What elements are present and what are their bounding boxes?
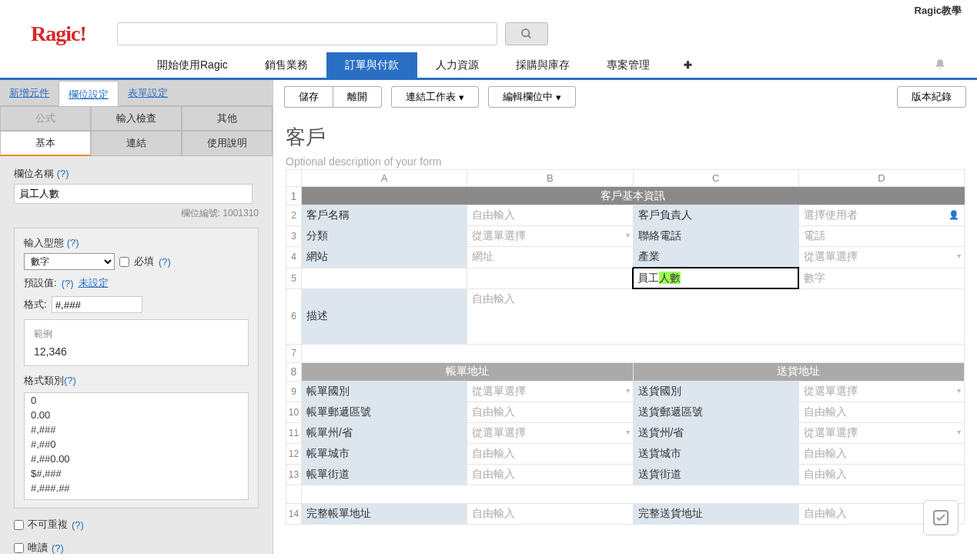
field-value-cell[interactable]: 自由輸入 (467, 503, 633, 524)
form-description[interactable]: Optional description of your form (286, 155, 965, 168)
help-icon[interactable]: (?) (67, 237, 79, 248)
link-sheet-button[interactable]: 連結工作表 ▾ (391, 86, 479, 108)
list-item[interactable]: 0 (25, 393, 248, 408)
field-label-cell[interactable]: 產業 (633, 247, 798, 268)
col-header-c[interactable]: C (633, 170, 798, 187)
no-repeat-checkbox[interactable] (14, 520, 24, 530)
nav-item-0[interactable]: 開始使用Ragic (139, 52, 246, 78)
field-value-cell[interactable]: 自由輸入 (467, 288, 965, 344)
nav-item-5[interactable]: 專案管理 (588, 52, 668, 78)
field-label-cell[interactable]: 送貨國別 (633, 381, 798, 402)
field-value-cell[interactable]: 自由輸入 (467, 402, 633, 422)
user-label[interactable]: Ragic教學 (915, 4, 962, 18)
field-value-cell[interactable]: 從選單選擇▾ (798, 247, 964, 268)
field-label-cell[interactable]: 網站 (302, 247, 467, 268)
side-tab-basic[interactable]: 基本 (0, 131, 91, 156)
field-name-input[interactable] (14, 184, 253, 204)
field-value-cell[interactable]: 自由輸入 (798, 443, 964, 464)
field-label-cell[interactable]: 送貨郵遞區號 (633, 402, 798, 422)
field-label-cell[interactable]: 聯絡電話 (633, 226, 798, 247)
input-type-select[interactable]: 數字 (24, 253, 115, 270)
field-label-cell[interactable]: 描述 (302, 288, 467, 344)
field-label-cell[interactable]: 帳單城市 (302, 443, 467, 464)
section-header[interactable]: 客戶基本資訊 (302, 187, 965, 205)
field-label-cell[interactable]: 完整帳單地址 (302, 503, 467, 524)
field-value-cell[interactable]: 選擇使用者👤 (798, 205, 964, 226)
side-tab-add-element[interactable]: 新增元件 (0, 80, 59, 105)
nav-item-4[interactable]: 採購與庫存 (497, 52, 588, 78)
notifications-icon[interactable] (934, 58, 946, 71)
nav-add-button[interactable]: ✚ (668, 52, 708, 78)
field-label-cell[interactable]: 帳單州/省 (302, 422, 467, 443)
field-label-cell[interactable]: 客戶負責人 (633, 205, 798, 226)
search-button[interactable] (505, 22, 548, 45)
field-value-cell[interactable]: 網址 (467, 247, 633, 268)
help-icon[interactable]: (?) (52, 542, 64, 554)
section-header[interactable]: 帳單地址 (302, 362, 634, 381)
list-item[interactable]: 0.00 (25, 408, 248, 422)
list-item[interactable]: #,###.## (25, 481, 248, 495)
list-item[interactable]: $#,###.## (25, 495, 248, 500)
empty-cell[interactable] (302, 268, 467, 288)
col-header-a[interactable]: A (302, 170, 467, 187)
field-value-cell[interactable]: 從選單選擇▾ (467, 422, 633, 443)
field-label-cell[interactable]: 帳單街道 (302, 464, 467, 485)
field-label-cell[interactable]: 完整送貨地址 (633, 503, 798, 524)
field-label-cell[interactable]: 帳單國別 (302, 381, 467, 402)
version-button[interactable]: 版本紀錄 (897, 86, 966, 108)
help-icon[interactable]: (?) (159, 256, 171, 268)
help-icon[interactable]: (?) (62, 278, 74, 289)
side-tab-input-check[interactable]: 輸入檢查 (91, 106, 182, 131)
empty-cell[interactable] (467, 268, 633, 288)
field-label-cell[interactable]: 送貨街道 (633, 464, 798, 485)
field-label-cell[interactable]: 客戶名稱 (302, 205, 467, 226)
search-input[interactable] (117, 22, 497, 45)
field-label-cell[interactable]: 帳單郵遞區號 (302, 402, 467, 422)
field-value-cell[interactable]: 從選單選擇▾ (467, 381, 633, 402)
help-icon[interactable]: (?) (57, 168, 69, 179)
side-tab-field-settings[interactable]: 欄位設定 (59, 81, 119, 106)
field-value-cell[interactable]: 自由輸入 (798, 464, 964, 485)
required-checkbox[interactable] (119, 257, 129, 267)
format-input[interactable] (52, 296, 142, 313)
nav-item-3[interactable]: 人力資源 (417, 52, 497, 78)
side-tab-other[interactable]: 其他 (182, 106, 273, 131)
exit-button[interactable]: 離開 (333, 86, 382, 108)
list-item[interactable]: $#,### (25, 466, 248, 481)
field-value-cell[interactable]: 電話 (798, 226, 964, 247)
list-item[interactable]: #,##0 (25, 437, 248, 452)
help-icon[interactable]: (?) (72, 519, 84, 531)
field-value-cell[interactable]: 自由輸入 (467, 443, 633, 464)
section-header[interactable]: 送貨地址 (633, 362, 965, 381)
check-fab-button[interactable] (923, 500, 959, 535)
save-button[interactable]: 儲存 (284, 86, 333, 108)
field-value-cell[interactable]: 自由輸入 (798, 402, 964, 422)
default-link[interactable]: 未設定 (79, 276, 109, 290)
format-list[interactable]: 0 0.00 #,### #,##0 #,##0.00 $#,### #,###… (24, 392, 249, 500)
side-tab-formula[interactable]: 公式 (0, 106, 91, 131)
field-label-cell[interactable]: 送貨城市 (633, 443, 798, 464)
help-icon[interactable]: (?) (64, 375, 76, 386)
field-value-cell[interactable]: 數字 (798, 268, 964, 288)
editing-cell[interactable]: 員工人數 (633, 268, 798, 288)
col-header-b[interactable]: B (467, 170, 633, 187)
field-value-cell[interactable]: 自由輸入 (467, 205, 633, 226)
readonly-checkbox[interactable] (14, 543, 24, 553)
list-item[interactable]: #,##0.00 (25, 452, 248, 466)
field-value-cell[interactable]: 自由輸入 (467, 464, 633, 485)
field-value-cell[interactable]: 從選單選擇▾ (798, 422, 964, 443)
empty-cell[interactable] (302, 344, 965, 362)
nav-item-2[interactable]: 訂單與付款 (326, 52, 417, 78)
side-tab-form-settings[interactable]: 表單設定 (119, 80, 177, 105)
field-label-cell[interactable]: 送貨州/省 (633, 422, 798, 443)
empty-cell[interactable] (302, 485, 965, 503)
nav-item-1[interactable]: 銷售業務 (246, 52, 326, 78)
side-tab-link[interactable]: 連結 (91, 131, 182, 156)
editing-dropdown[interactable]: 編輯欄位中 ▾ (488, 86, 576, 108)
field-label-cell[interactable]: 分類 (302, 226, 467, 247)
list-item[interactable]: #,### (25, 422, 248, 437)
side-tab-help[interactable]: 使用說明 (182, 131, 273, 156)
field-value-cell[interactable]: 從選單選擇▾ (798, 381, 964, 402)
col-header-d[interactable]: D (798, 170, 964, 187)
field-value-cell[interactable]: 從選單選擇▾ (467, 226, 633, 247)
